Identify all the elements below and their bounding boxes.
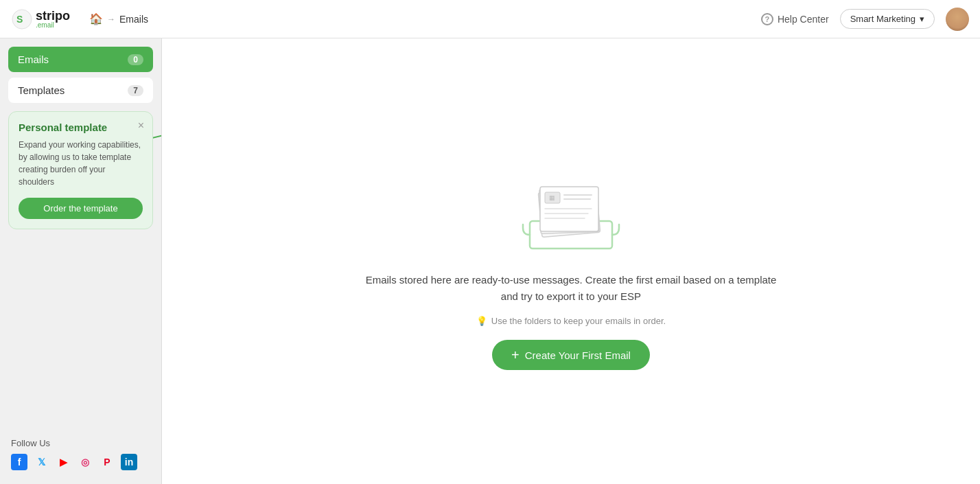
breadcrumb-current: Emails <box>119 14 148 25</box>
header: S stripo .email 🏠 → Emails ? Help Center… <box>0 0 980 38</box>
empty-state-description: Emails stored here are ready-to-use mess… <box>366 272 777 305</box>
help-center-label: Help Center <box>778 14 829 25</box>
emails-badge: 0 <box>128 54 143 65</box>
main-content-area: ▦ Emails stored here are ready-to-use me… <box>162 38 980 484</box>
help-center-link[interactable]: ? Help Center <box>761 13 829 25</box>
email-illustration: ▦ <box>502 152 640 255</box>
svg-text:S: S <box>16 14 23 25</box>
templates-badge: 7 <box>128 85 143 96</box>
avatar[interactable] <box>946 8 969 31</box>
instagram-icon[interactable]: ◎ <box>77 454 93 470</box>
personal-template-description: Expand your working capabilities, by all… <box>19 139 143 188</box>
avatar-image <box>946 8 969 31</box>
sidebar: Emails 0 Templates 7 Personal template ×… <box>0 38 162 484</box>
logo-text: stripo .email <box>36 10 70 29</box>
youtube-icon[interactable]: ▶ <box>55 454 71 470</box>
stripo-logo-icon: S <box>11 8 33 30</box>
create-button-label: Create Your First Email <box>525 349 631 361</box>
pinterest-icon[interactable]: P <box>99 454 115 470</box>
logo[interactable]: S stripo .email <box>11 8 70 30</box>
follow-us-section: Follow Us f 𝕏 ▶ ◎ P in <box>8 430 153 476</box>
facebook-icon[interactable]: f <box>11 454 27 470</box>
hint-text: Use the folders to keep your emails in o… <box>491 316 666 326</box>
create-button-plus-icon: + <box>511 348 520 362</box>
help-icon: ? <box>761 13 773 25</box>
twitter-icon[interactable]: 𝕏 <box>33 454 49 470</box>
sidebar-emails-label: Emails <box>18 54 49 65</box>
create-first-email-button[interactable]: + Create Your First Email <box>492 340 650 370</box>
lightbulb-icon: 💡 <box>476 316 487 326</box>
sidebar-item-emails[interactable]: Emails 0 <box>8 47 153 72</box>
order-template-button[interactable]: Order the template <box>19 198 143 219</box>
follow-us-label: Follow Us <box>11 438 150 448</box>
logo-stripo-text: stripo <box>36 10 70 22</box>
smart-marketing-button[interactable]: Smart Marketing ▾ <box>840 9 935 29</box>
breadcrumb: 🏠 → Emails <box>89 12 148 25</box>
main-layout: Emails 0 Templates 7 Personal template ×… <box>0 38 980 484</box>
header-right: ? Help Center Smart Marketing ▾ <box>761 8 969 31</box>
empty-state: ▦ Emails stored here are ready-to-use me… <box>366 152 777 370</box>
logo-email-text: .email <box>36 22 70 29</box>
svg-text:▦: ▦ <box>549 194 555 201</box>
breadcrumb-arrow: → <box>107 14 115 24</box>
empty-state-hint: 💡 Use the folders to keep your emails in… <box>476 316 666 326</box>
personal-template-title: Personal template <box>19 122 143 133</box>
smart-marketing-label: Smart Marketing <box>850 14 915 24</box>
breadcrumb-home-icon[interactable]: 🏠 <box>89 12 103 25</box>
dropdown-arrow-icon: ▾ <box>920 14 924 24</box>
sidebar-item-templates[interactable]: Templates 7 <box>8 78 153 103</box>
personal-template-close-button[interactable]: × <box>137 119 145 132</box>
sidebar-templates-label: Templates <box>18 84 65 96</box>
linkedin-icon[interactable]: in <box>121 454 137 470</box>
header-left: S stripo .email 🏠 → Emails <box>11 8 148 30</box>
social-icons-list: f 𝕏 ▶ ◎ P in <box>11 454 150 470</box>
personal-template-card: Personal template × Expand your working … <box>8 111 153 229</box>
close-icon: × <box>138 119 144 131</box>
